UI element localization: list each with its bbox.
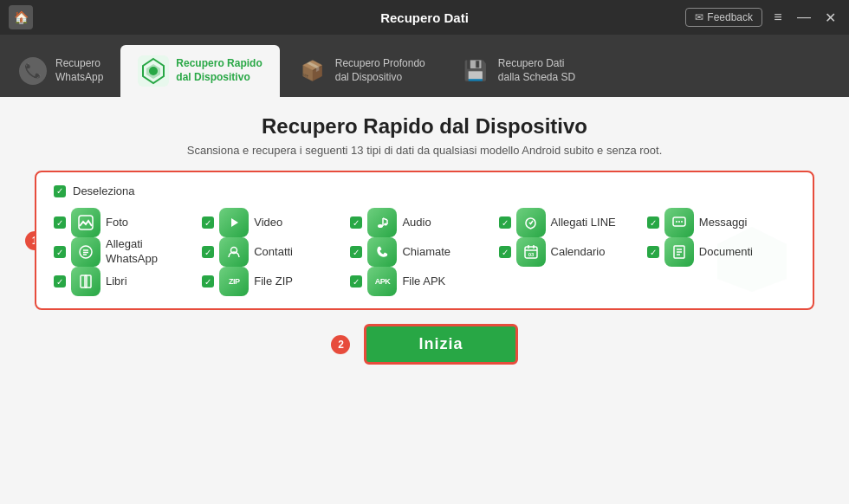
allegati-line-label: Allegati LINE xyxy=(551,216,616,230)
items-row-3: ✓ Libri ✓ ZIP File ZIP ✓ APK File APK xyxy=(54,267,795,296)
tab-rapido[interactable]: Recupero Rapido dal Dispositivo xyxy=(120,45,279,97)
foto-label: Foto xyxy=(106,216,128,230)
menu-button[interactable]: ≡ xyxy=(768,7,788,28)
svg-rect-32 xyxy=(85,275,91,288)
libri-icon xyxy=(71,267,100,296)
item-chiamate[interactable]: ✓ Chiamate xyxy=(350,237,498,267)
allegati-wa-checkbox[interactable]: ✓ xyxy=(54,246,66,258)
item-libri[interactable]: ✓ Libri xyxy=(54,267,202,296)
file-apk-icon: APK xyxy=(367,267,397,296)
foto-icon xyxy=(71,208,100,237)
home-button[interactable]: 🏠 xyxy=(9,5,33,29)
file-zip-icon: ZIP xyxy=(219,267,249,296)
file-zip-checkbox[interactable]: ✓ xyxy=(202,275,214,288)
main-content: Recupero Rapido dal Dispositivo Scansion… xyxy=(0,97,849,504)
selection-box: ✓ Deseleziona ✓ Foto ✓ Video xyxy=(35,171,814,310)
tab-scheda[interactable]: 💾 Recupero Dati dalla Scheda SD xyxy=(443,45,593,97)
chiamate-checkbox[interactable]: ✓ xyxy=(350,246,362,258)
item-allegati-line[interactable]: ✓ Allegati LINE xyxy=(499,208,647,237)
svg-point-16 xyxy=(681,221,683,223)
video-icon xyxy=(219,208,249,237)
profondo-tab-icon: 📦 xyxy=(297,55,328,87)
tab-scheda-label: Recupero Dati dalla Scheda SD xyxy=(498,57,575,84)
item-audio[interactable]: ✓ Audio xyxy=(350,208,498,237)
documenti-icon xyxy=(664,237,694,267)
documenti-checkbox[interactable]: ✓ xyxy=(647,246,659,258)
items-row-2: ✓ Allegati WhatsApp ✓ Contatti ✓ xyxy=(54,237,795,267)
foto-checkbox[interactable]: ✓ xyxy=(54,216,66,229)
audio-checkbox[interactable]: ✓ xyxy=(350,216,362,229)
tab-rapido-label: Recupero Rapido dal Dispositivo xyxy=(176,57,262,84)
feedback-icon: ✉ xyxy=(695,11,703,23)
contatti-checkbox[interactable]: ✓ xyxy=(202,246,214,258)
chiamate-icon xyxy=(367,237,397,267)
tab-profondo[interactable]: 📦 Recupero Profondo dal Dispositivo xyxy=(280,45,443,97)
watermark-decoration xyxy=(700,223,804,300)
svg-point-14 xyxy=(676,221,677,223)
audio-icon xyxy=(367,208,397,237)
file-zip-label: File ZIP xyxy=(254,275,293,289)
contatti-label: Contatti xyxy=(254,245,293,260)
calendario-icon: 03 xyxy=(516,237,546,267)
selection-wrapper: 1 ✓ Deseleziona ✓ Foto ✓ xyxy=(35,171,814,310)
step2-badge: 2 xyxy=(331,335,350,354)
calendario-checkbox[interactable]: ✓ xyxy=(499,246,511,258)
items-row-1: ✓ Foto ✓ Video ✓ xyxy=(54,208,795,237)
allegati-line-icon xyxy=(516,208,546,237)
deselect-row[interactable]: ✓ Deseleziona xyxy=(54,184,795,197)
item-file-apk[interactable]: ✓ APK File APK xyxy=(350,267,498,296)
calendario-label: Calendario xyxy=(551,245,606,260)
item-contatti[interactable]: ✓ Contatti xyxy=(202,237,350,267)
chiamate-label: Chiamate xyxy=(402,245,450,260)
app-title: Recupero Dati xyxy=(380,10,469,25)
deselect-checkbox[interactable]: ✓ xyxy=(54,185,66,197)
file-apk-checkbox[interactable]: ✓ xyxy=(350,275,362,288)
tab-whatsapp[interactable]: 📞 Recupero WhatsApp xyxy=(0,45,120,97)
tab-whatsapp-label: Recupero WhatsApp xyxy=(55,57,103,84)
page-title: Recupero Rapido dal Dispositivo xyxy=(262,114,587,139)
page-subtitle: Scansiona e recupera i seguenti 13 tipi … xyxy=(187,144,663,157)
title-bar: 🏠 Recupero Dati ✉ Feedback ≡ — ✕ xyxy=(0,0,849,35)
file-apk-label: File APK xyxy=(402,275,445,289)
svg-rect-31 xyxy=(81,275,87,288)
tab-bar: 📞 Recupero WhatsApp Recupero Rapido dal … xyxy=(0,35,849,97)
tab-profondo-label: Recupero Profondo dal Dispositivo xyxy=(335,57,425,84)
deselect-label: Deseleziona xyxy=(73,184,135,197)
item-foto[interactable]: ✓ Foto xyxy=(54,208,202,237)
video-label: Video xyxy=(254,216,282,230)
svg-text:📞: 📞 xyxy=(24,62,42,79)
allegati-line-checkbox[interactable]: ✓ xyxy=(499,216,511,229)
messaggi-icon xyxy=(664,208,694,237)
svg-point-12 xyxy=(384,223,387,226)
audio-label: Audio xyxy=(402,216,431,230)
start-area: 2 Inizia xyxy=(331,324,517,365)
video-checkbox[interactable]: ✓ xyxy=(202,216,214,229)
libri-checkbox[interactable]: ✓ xyxy=(54,275,66,288)
feedback-button[interactable]: ✉ Feedback xyxy=(685,8,762,27)
rapido-tab-icon xyxy=(138,55,169,87)
svg-point-8 xyxy=(378,224,383,228)
item-allegati-whatsapp[interactable]: ✓ Allegati WhatsApp xyxy=(54,237,202,267)
svg-point-15 xyxy=(678,221,680,223)
minimize-button[interactable]: — xyxy=(794,7,814,28)
scheda-tab-icon: 💾 xyxy=(460,55,491,87)
item-video[interactable]: ✓ Video xyxy=(202,208,350,237)
svg-point-5 xyxy=(149,67,158,75)
item-file-zip[interactable]: ✓ ZIP File ZIP xyxy=(202,267,350,296)
libri-label: Libri xyxy=(106,275,127,289)
contatti-icon xyxy=(219,237,249,267)
item-calendario[interactable]: ✓ 03 Calendario xyxy=(499,237,647,267)
svg-marker-7 xyxy=(231,218,238,227)
svg-rect-6 xyxy=(79,216,93,229)
close-button[interactable]: ✕ xyxy=(820,7,840,28)
allegati-wa-icon xyxy=(71,237,100,267)
svg-text:03: 03 xyxy=(528,252,534,257)
allegati-wa-label: Allegati WhatsApp xyxy=(106,237,158,267)
whatsapp-tab-icon: 📞 xyxy=(17,55,49,87)
start-button[interactable]: Inizia xyxy=(364,324,517,365)
messaggi-checkbox[interactable]: ✓ xyxy=(647,216,659,229)
